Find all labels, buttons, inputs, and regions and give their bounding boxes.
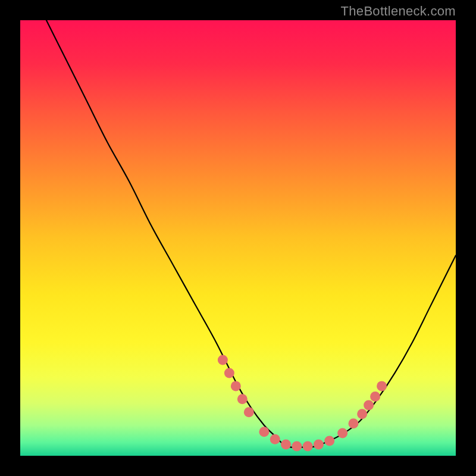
marker-point	[364, 400, 374, 411]
marker-point	[303, 441, 313, 451]
marker-point	[237, 394, 248, 404]
curve-layer	[20, 20, 456, 456]
marker-point	[348, 418, 358, 428]
marker-point	[324, 436, 334, 446]
marker-point	[292, 441, 302, 451]
marker-point	[218, 355, 228, 365]
marker-point	[377, 381, 387, 391]
marker-point	[259, 427, 269, 437]
curve-markers	[218, 355, 387, 451]
marker-point	[224, 368, 234, 378]
marker-point	[357, 409, 367, 419]
marker-point	[337, 428, 347, 438]
watermark-text: TheBottleneck.com	[341, 4, 456, 19]
bottleneck-curve	[46, 20, 456, 447]
marker-point	[281, 439, 291, 449]
plot-area	[20, 20, 456, 456]
marker-point	[314, 439, 324, 449]
marker-point	[370, 392, 380, 402]
marker-point	[244, 407, 254, 417]
marker-point	[231, 381, 241, 391]
marker-point	[270, 434, 280, 444]
chart-frame: TheBottleneck.com	[0, 0, 476, 476]
